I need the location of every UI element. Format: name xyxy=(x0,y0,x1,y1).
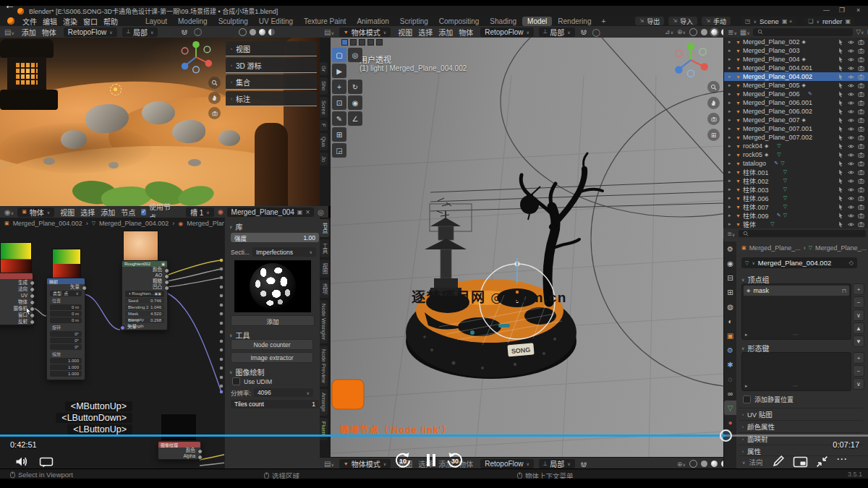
rendered-shading-icon[interactable] xyxy=(268,29,275,35)
menu-item[interactable]: 渲染 xyxy=(61,16,80,27)
menu-item[interactable]: 帮助 xyxy=(101,16,120,27)
viewport-menu[interactable]: 视图 xyxy=(396,27,414,38)
node-output-socket[interactable]: 凹凸 xyxy=(122,284,167,290)
value-field[interactable]: 0° xyxy=(50,338,82,343)
tool-button[interactable]: ⊡ xyxy=(332,95,346,110)
sidebar-panel-header[interactable]: ›标注 xyxy=(226,91,317,106)
remove-vertex-group-button[interactable]: − xyxy=(853,296,864,308)
retopoflow-menu[interactable]: RetopoFlow∨ xyxy=(64,27,117,37)
node-group-selector[interactable]: ◑ Roughten...▣▣ xyxy=(125,291,164,297)
pause-button[interactable] xyxy=(427,454,435,466)
progress-bar-remaining[interactable] xyxy=(726,435,868,437)
disable-render-camera-icon[interactable] xyxy=(858,108,864,115)
vertex-group-specials-button[interactable]: ∨ xyxy=(853,309,864,321)
outliner-row[interactable]: ▸ ▼ 柱体.009 ◈ ✎ ▽ xyxy=(724,211,868,220)
center-3d-viewport[interactable]: SONG xyxy=(331,38,723,457)
selectable-pointer-icon[interactable] xyxy=(838,195,844,202)
tool-button[interactable]: ◉ xyxy=(348,95,362,110)
sidebar-tab[interactable]: 视图 xyxy=(320,260,329,278)
tool-button[interactable]: ∠ xyxy=(348,111,362,126)
object-name[interactable]: Merged_Plane_007.001 xyxy=(743,125,812,132)
navigation-gizmo[interactable] xyxy=(671,40,710,80)
disable-render-camera-icon[interactable] xyxy=(858,187,864,193)
viewport-menu[interactable]: 选择 xyxy=(416,27,435,38)
hide-eye-icon[interactable] xyxy=(848,82,854,89)
outliner-row[interactable]: ▸ ▼ Merged_Plane_005 ◈ ✎ ▽ xyxy=(724,81,868,90)
add-vertex-group-button[interactable]: + xyxy=(853,283,864,295)
selectable-pointer-icon[interactable] xyxy=(838,187,844,193)
selectable-pointer-icon[interactable] xyxy=(838,117,844,124)
selectable-pointer-icon[interactable] xyxy=(838,82,844,89)
note-pencil-icon[interactable] xyxy=(773,455,785,467)
disable-render-camera-icon[interactable] xyxy=(858,126,864,132)
collapsed-panel-header[interactable]: ›颜色属性 xyxy=(739,420,863,432)
tool-button[interactable]: Image extractor xyxy=(231,352,313,363)
addon-action-button[interactable]: ⇲导出 xyxy=(635,17,664,25)
menu-item[interactable]: 编辑 xyxy=(41,16,59,27)
expand-caret[interactable]: ▸ xyxy=(728,187,733,192)
sidebar-tab[interactable]: 工具 xyxy=(320,239,329,257)
shader-menu[interactable]: 视图 xyxy=(58,207,77,218)
disable-render-camera-icon[interactable] xyxy=(858,204,864,210)
editor-type-icon[interactable]: ▤∨ xyxy=(4,28,14,36)
selectable-pointer-icon[interactable] xyxy=(838,134,844,141)
sidebar-tab[interactable]: Qua xyxy=(320,133,328,150)
hide-eye-icon[interactable] xyxy=(848,48,854,54)
expand-caret[interactable]: ▸ xyxy=(728,213,733,218)
workspace-tab[interactable]: Texture Paint xyxy=(299,17,351,26)
node-output-socket[interactable]: 生成 xyxy=(0,279,33,286)
solid-shading-icon[interactable] xyxy=(701,461,707,467)
editor-type-icon[interactable]: ≣∨ xyxy=(728,28,737,36)
workspace-tab[interactable]: Scripting xyxy=(395,17,433,26)
workspace-tab[interactable]: Modeling xyxy=(173,17,213,26)
node-output-socket[interactable]: Alpha xyxy=(158,453,200,459)
lock-icon[interactable]: ⊓ xyxy=(842,288,846,294)
expand-caret[interactable]: ▸ xyxy=(728,65,733,71)
disable-render-camera-icon[interactable] xyxy=(858,178,864,184)
texture-preview[interactable] xyxy=(234,260,311,312)
disable-render-camera-icon[interactable] xyxy=(858,48,864,54)
object-name[interactable]: Merged_Plane_007 xyxy=(743,116,800,124)
outliner-row[interactable]: ▸ ▼ rock05 ◈ ✎ ▽ xyxy=(724,150,868,159)
display-mode-icon[interactable]: ▦∨ xyxy=(740,28,750,36)
node-slider[interactable]: Seed0.746 xyxy=(125,298,164,304)
selectable-pointer-icon[interactable] xyxy=(838,39,844,46)
view-layer-selector[interactable]: ❏∨render▣ xyxy=(804,17,855,25)
properties-tab[interactable]: ◍ xyxy=(724,299,736,314)
sidebar-tab[interactable]: Scree xyxy=(320,97,328,119)
rough-group-node[interactable]: Roughten002▣ 颜色AO粗糙凹凸 ◑ Roughten...▣▣ Se… xyxy=(122,260,168,330)
value-field[interactable]: 0° xyxy=(50,344,82,350)
outliner-row[interactable]: ▸ ▼ Merged_Plane_003 ◈ ✎ ▽ xyxy=(724,46,868,55)
wireframe-shading-icon[interactable] xyxy=(239,28,247,36)
object-name[interactable]: Merged_Plane_003 xyxy=(743,47,800,54)
back-button[interactable]: ← xyxy=(4,0,15,11)
sidebar-panel-header[interactable]: ›集合 xyxy=(226,74,317,90)
sidebar-tab[interactable]: Sho xyxy=(320,77,328,94)
properties-tab[interactable]: ⚙ xyxy=(724,343,736,357)
checkbox-icon[interactable] xyxy=(743,395,751,403)
wireframe-shading-icon[interactable] xyxy=(689,28,697,36)
properties-tab[interactable]: ◐ xyxy=(724,314,736,328)
mapping-node[interactable]: 映射 矢量 类型: 点∨ 位置 0 m0 m0 m 旋转 0°0°0° 缩放 1… xyxy=(46,278,85,380)
minimize-button[interactable]: — xyxy=(823,7,830,14)
camera-view-button[interactable] xyxy=(707,113,720,125)
image-texture-node[interactable]: 图像纹理 颜色Alpha xyxy=(158,441,201,460)
outliner-search-input[interactable] xyxy=(753,28,853,36)
volume-icon[interactable] xyxy=(14,455,30,468)
node-output-socket[interactable]: 矢量 xyxy=(47,284,85,290)
properties-search-input[interactable] xyxy=(739,230,865,237)
outliner-row[interactable]: ▸ ▼ Merged_Plane_004 ◈ ✎ ▽ xyxy=(724,55,868,64)
outliner-row[interactable]: ▸ ▼ Merged_Plane_007.001 ◈ ✎ ▽ xyxy=(724,124,868,133)
node-output-socket[interactable]: 反射 xyxy=(0,318,33,325)
hide-eye-icon[interactable] xyxy=(848,126,854,132)
selectable-pointer-icon[interactable] xyxy=(838,213,844,219)
material-name-field[interactable]: Merged_Plane_004▣× xyxy=(227,207,315,217)
expand-caret[interactable]: ▸ xyxy=(728,195,733,201)
menu-item[interactable]: 窗口 xyxy=(81,16,100,27)
disable-render-camera-icon[interactable] xyxy=(858,82,864,89)
addon-action-button[interactable]: ⇲手动 xyxy=(702,17,731,25)
add-workspace-tab[interactable]: + xyxy=(596,17,610,26)
pip-icon[interactable] xyxy=(793,456,808,468)
outliner-row[interactable]: ▸ ▼ 柱体.007 ◈ ✎ ▽ xyxy=(724,202,868,211)
node-output-socket[interactable]: UV xyxy=(0,292,33,299)
